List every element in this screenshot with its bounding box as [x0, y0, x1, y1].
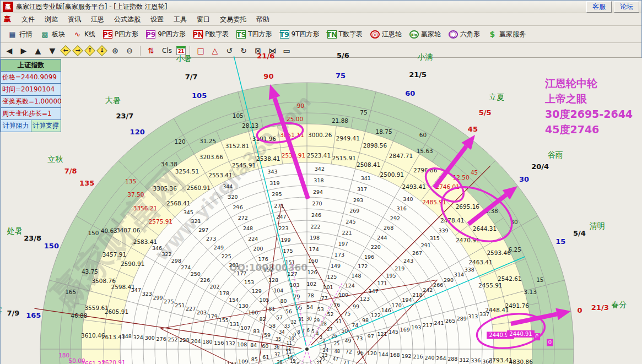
ring-number: 273 [206, 236, 216, 242]
ring-number: 31 [298, 317, 304, 322]
ring-number: 169 [400, 327, 410, 333]
toolbar-kline[interactable]: ∿K线 [69, 29, 99, 40]
ring-number: 201 [229, 262, 239, 268]
outer-degree-label: 165 [26, 311, 41, 319]
ring-number: 72 [346, 349, 352, 355]
menu-帮助[interactable]: 帮助 [251, 14, 274, 25]
ring-number: 242 [423, 287, 433, 293]
calc-resistance-button[interactable]: 计算阻力 [1, 120, 31, 132]
menu-交易委托[interactable]: 交易委托 [215, 14, 251, 25]
ring-number: 243 [403, 258, 413, 264]
price-inner-value: 2568.41 [166, 200, 190, 207]
toolbar-sectors[interactable]: ▩板块 [36, 29, 69, 40]
ring-number: 171 [377, 280, 387, 286]
menu-窗口[interactable]: 窗口 [192, 14, 215, 25]
ring-number: 30 [306, 317, 312, 322]
service-button[interactable]: 客服 [586, 1, 612, 13]
ring-number: 130 [239, 303, 249, 309]
outer-degree-label: 90 [263, 72, 273, 80]
menu-资讯[interactable]: 资讯 [63, 14, 86, 25]
ring-number: 249 [214, 245, 224, 251]
toolbar-gann-wheel[interactable]: ◎江恩轮 [366, 29, 406, 40]
value-circle-label: 21.88 [332, 117, 348, 124]
ring-number: 108 [237, 341, 247, 347]
ring-number: 146 [381, 307, 391, 313]
ring-number: 97 [368, 333, 374, 339]
ring-number: 250 [191, 271, 201, 277]
gann-wheel-chart[interactable]: 赢家财富网www.yingjia360.comQQ:10080036012345… [1, 58, 642, 364]
toolbar-9p-square[interactable]: P99P四方形 [142, 29, 190, 40]
ring-number: 244 [377, 235, 387, 241]
ring-number: 199 [280, 237, 290, 243]
ring-number: 272 [238, 215, 248, 221]
ring-number: 225 [222, 253, 231, 259]
coefficient-row: 变换系数=1.000000 [1, 96, 61, 108]
price-inner-value: 2493.41 [402, 183, 426, 190]
ring-number: 291 [421, 242, 431, 248]
ring-number: 320 [228, 194, 238, 200]
toolbar-hexagon[interactable]: ⬡六角形 [445, 29, 484, 40]
ring-number: 104 [273, 287, 283, 294]
ring-number: 58 [269, 323, 276, 329]
menu-浏览[interactable]: 浏览 [40, 14, 63, 25]
ring-number: 84 [250, 342, 257, 348]
ring-number: 292 [390, 215, 400, 221]
toolbar-winner-service[interactable]: $赢家服务 [484, 29, 530, 40]
calc-support-button[interactable]: 计算支撑 [31, 120, 62, 132]
menu-设置[interactable]: 设置 [145, 14, 169, 25]
price-outer-value: 3152.81 [225, 143, 249, 149]
hexagon-icon: ⬡ [449, 30, 458, 39]
price-inner-value: 2553.41 [208, 172, 232, 178]
toolbar-9t-square[interactable]: T99T四方形 [276, 29, 323, 40]
ring-number: 336 [471, 357, 481, 363]
ring-number: 251 [175, 302, 185, 308]
ring-number: 109 [238, 358, 248, 364]
ring-number: 32 [291, 320, 296, 325]
outer-date-label: 5/6 [337, 52, 349, 59]
ring-number: 338 [465, 267, 474, 273]
menu-工具[interactable]: 工具 [169, 14, 192, 25]
value-circle-label: 18.75 [376, 128, 392, 135]
price-outer-value: 3457.91 [102, 251, 126, 258]
toolbar-t-square[interactable]: TST四方形 [233, 29, 276, 40]
price-outer-value: 2542.61 [498, 275, 521, 282]
outer-date-label: 5/5 [479, 108, 492, 117]
solar-term-label: 谷雨 [548, 150, 563, 159]
forum-button[interactable]: 论坛 [614, 1, 639, 13]
menu-文件[interactable]: 文件 [17, 14, 40, 25]
ring-number: 198 [310, 235, 320, 241]
ring-number: 34 [279, 330, 284, 335]
toolbar-p-table[interactable]: PNP数字表 [190, 29, 233, 40]
value-circle-label: 43.75 [82, 268, 98, 275]
p-square-label: P四方形 [115, 30, 138, 39]
toolbar-p-square[interactable]: PSP四方形 [99, 29, 142, 40]
toolbar-winner-wheel[interactable]: Big赢家轮 [406, 29, 445, 40]
t-table-icon: TN [327, 30, 337, 39]
price-outer-value: 2593.46 [487, 249, 511, 256]
ring-number: 179 [208, 313, 218, 319]
ring-number: 82 [260, 316, 266, 322]
ring-number: 248 [243, 225, 253, 231]
toolbar-quotes[interactable]: ▦行情 [4, 29, 36, 40]
ring-number: 200 [253, 246, 263, 252]
solar-term-label: 立秋 [47, 155, 63, 164]
ring-number: 174 [309, 246, 319, 252]
ring-number: 51 [335, 318, 342, 324]
time-row: 时间=20190104 [1, 84, 61, 96]
ring-number: 55 [295, 305, 302, 311]
t-table-label: T数字表 [339, 30, 363, 39]
ring-number: 321 [191, 218, 201, 224]
ring-number: 296 [233, 204, 243, 210]
toolbar-t-table[interactable]: TNT数字表 [323, 29, 366, 40]
ring-number: 99 [353, 303, 359, 309]
price-inner-value: 2508.41 [357, 161, 380, 168]
ring-number: 246 [311, 212, 321, 218]
ring-number: 100 [338, 292, 348, 298]
ring-number: 299 [153, 295, 163, 301]
ring-number: 22 [320, 357, 325, 362]
menu-公式选股[interactable]: 公式选股 [109, 14, 145, 25]
menu-江恩[interactable]: 江恩 [86, 14, 109, 25]
value-circle-label: 50.00 [69, 357, 85, 364]
instrument-name: 上证指数 [1, 59, 61, 72]
ring-number: 297 [198, 227, 208, 233]
